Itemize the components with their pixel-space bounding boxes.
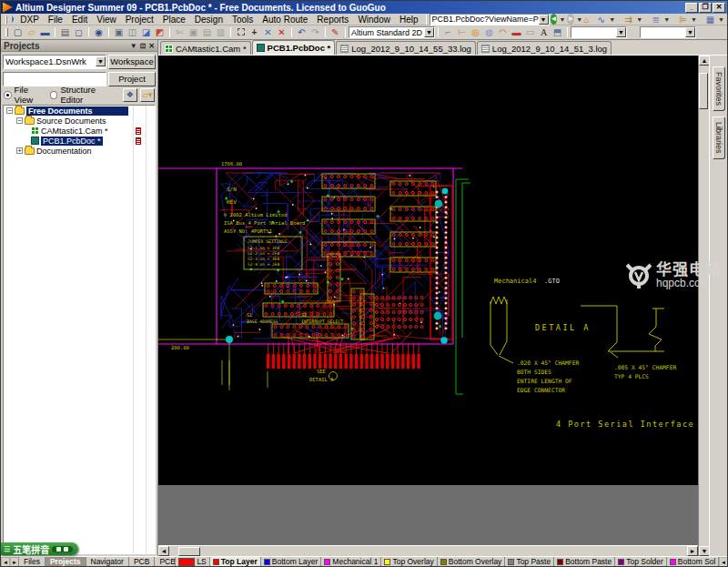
paste-array-icon[interactable]: ▥	[214, 26, 228, 38]
scroll-right-icon[interactable]: ►	[687, 546, 698, 556]
panel-tab-files[interactable]: Files	[18, 557, 46, 567]
align-icon[interactable]: ⊫	[676, 14, 690, 25]
close-button[interactable]: ✕	[713, 3, 725, 13]
workspace-combo[interactable]: Workspace1.DsnWrk ▼	[3, 55, 106, 69]
layer-set-tab[interactable]: LS	[175, 557, 209, 567]
forward-dropdown-icon[interactable]: ▼	[576, 16, 582, 23]
menu-view[interactable]: View	[92, 15, 121, 25]
toolbar-grip[interactable]	[5, 28, 8, 36]
workspace-button[interactable]: Workspace	[108, 55, 156, 69]
tree-row-documentation[interactable]: + Documentation	[4, 146, 155, 156]
back-icon[interactable]: ◄	[551, 14, 558, 25]
format-copy-icon[interactable]: ◪	[139, 26, 153, 38]
clear-filter-icon[interactable]: ✕	[261, 26, 275, 38]
menu-edit[interactable]: Edit	[67, 15, 92, 25]
forward-icon[interactable]: ►	[567, 14, 574, 25]
place-pad-icon[interactable]: ◎	[469, 26, 482, 38]
tab-log-2[interactable]: Log_2012_9_10_14_51_3.log	[477, 41, 612, 55]
chevron-down-icon[interactable]: ▼	[636, 16, 642, 23]
menu-autoroute[interactable]: Auto Route	[258, 15, 312, 25]
drag-handle-icon[interactable]: ☰	[4, 545, 10, 553]
cut-icon[interactable]: ✄	[173, 26, 187, 38]
chevron-down-icon[interactable]: ▼	[96, 56, 106, 66]
view-mode-combo[interactable]: Altium Standard 2D ▼	[349, 26, 435, 38]
sort-icon[interactable]: ❖	[123, 88, 137, 102]
ime-options[interactable]	[52, 546, 73, 552]
toolbar-grip[interactable]	[5, 15, 7, 24]
ime-keyboard-icon[interactable]	[64, 547, 68, 552]
menu-file[interactable]: File	[44, 15, 67, 25]
chevron-down-icon[interactable]: ▼	[609, 16, 615, 23]
menu-window[interactable]: Window	[353, 15, 395, 25]
close-icon[interactable]: ✕	[148, 42, 155, 50]
print-icon[interactable]: ▤	[58, 26, 72, 38]
layer-tab-top-solder[interactable]: Top Solder	[614, 557, 667, 567]
place-arc-icon[interactable]: ◠	[496, 26, 510, 38]
chevron-down-icon[interactable]: ▼	[685, 27, 695, 37]
variant-combo[interactable]: ▼	[640, 26, 696, 38]
tree-label[interactable]: Free Documents	[26, 106, 128, 116]
layer-tab-bottom-overlay[interactable]: Bottom Overlay	[437, 557, 506, 567]
save-icon[interactable]: ▬	[38, 26, 52, 38]
scrollbar-thumb[interactable]	[178, 547, 200, 556]
pin-icon[interactable]: ⊡	[140, 42, 147, 50]
footprint-icon[interactable]: ≣	[649, 14, 662, 25]
menu-tools[interactable]: Tools	[228, 15, 258, 25]
restore-button[interactable]: ❐	[699, 3, 712, 13]
home-icon[interactable]: ⌂	[583, 14, 589, 25]
chevron-down-icon[interactable]: ▼	[539, 15, 549, 25]
layer-tab-bottom-paste[interactable]: Bottom Paste	[553, 557, 615, 567]
print-preview-icon[interactable]: ◻	[72, 26, 86, 38]
tabs-scroll-left-icon[interactable]: ◄	[1, 557, 10, 567]
ime-mode-icon[interactable]	[56, 547, 61, 552]
place-line-icon[interactable]: ⌐	[441, 26, 455, 38]
undo-icon[interactable]: ↶	[295, 26, 308, 38]
tab-log-1[interactable]: Log_2012_9_10_14_55_33.log	[336, 41, 476, 55]
collapse-icon[interactable]: −	[6, 107, 13, 114]
place-keepout-icon[interactable]: ⊢	[455, 26, 469, 38]
place-component-icon[interactable]: ⬒	[551, 26, 564, 38]
place-room-icon[interactable]: ▭	[523, 26, 537, 38]
scroll-left-icon[interactable]: ◄	[158, 546, 169, 556]
open-folder-icon[interactable]: ▱▾	[140, 88, 155, 102]
chevron-down-icon[interactable]: ▼	[691, 16, 697, 23]
layer-scroll-left-icon[interactable]: ◄	[719, 557, 727, 567]
file-view-radio[interactable]	[4, 91, 12, 99]
signal-icon[interactable]: ∿	[594, 14, 608, 25]
tree-row-free-documents[interactable]: − Free Documents	[4, 106, 155, 116]
chevron-down-icon[interactable]: ▼	[718, 16, 724, 23]
tree-label[interactable]: PCB1.PcbDoc *	[41, 137, 103, 146]
menu-reports[interactable]: Reports	[312, 15, 353, 25]
place-via-icon[interactable]: ◍	[482, 26, 496, 38]
pcb-editor-canvas[interactable]: S/N REV © 2002 Altium Limited ISA Bus 4 …	[158, 56, 698, 485]
minimize-button[interactable]: _	[685, 3, 698, 13]
arrange-icon[interactable]: ⇉	[622, 14, 635, 25]
scrollbar-thumb[interactable]	[699, 73, 708, 109]
tab-libraries[interactable]: Libraries	[713, 116, 725, 159]
layer-tab-mechanical-1[interactable]: Mechanical 1	[320, 557, 381, 567]
chevron-down-icon[interactable]: ▼	[616, 27, 626, 37]
tree-label[interactable]: Documentation	[36, 147, 92, 156]
tab-camtastic[interactable]: CAMtastic1.Cam *	[160, 41, 251, 55]
capture-icon[interactable]: ▣	[112, 26, 126, 38]
ime-toolbar[interactable]: ☰ 五笔拼音	[1, 542, 78, 555]
tree-label[interactable]: CAMtastic1.Cam *	[41, 127, 108, 136]
layer-tab-bottom-layer[interactable]: Bottom Layer	[260, 557, 322, 567]
menu-help[interactable]: Help	[395, 15, 423, 25]
clear-selection-icon[interactable]: ✕	[275, 26, 288, 38]
paste-icon[interactable]: ▤	[200, 26, 214, 38]
pencil-icon[interactable]: ✎	[329, 26, 342, 38]
tab-pcb1[interactable]: PCB1.PcbDoc *	[252, 40, 336, 55]
structure-editor-radio[interactable]	[50, 91, 58, 99]
layer-tab-top-paste[interactable]: Top Paste	[504, 557, 554, 567]
grid-icon[interactable]: ▦	[703, 14, 717, 25]
panel-tab-projects[interactable]: Projects	[45, 557, 86, 567]
browse-icon[interactable]: ◉	[92, 26, 106, 38]
new-document-icon[interactable]: ▢	[11, 26, 25, 38]
tile-windows-icon[interactable]: ◫	[126, 26, 139, 38]
menu-place[interactable]: Place	[158, 15, 190, 25]
grid-combo[interactable]: ▼	[571, 26, 627, 38]
vertical-scrollbar[interactable]: ▲ ▼	[698, 56, 709, 556]
tree-row-source-documents[interactable]: − Source Documents	[4, 116, 155, 126]
place-text-icon[interactable]: A	[537, 26, 551, 38]
